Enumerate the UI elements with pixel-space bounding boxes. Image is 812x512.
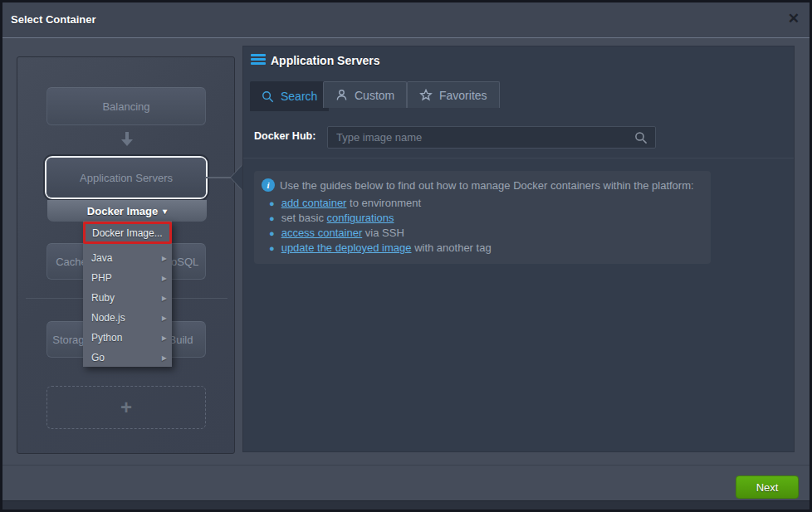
submenu-arrow-icon: ▶ [162,295,167,302]
bullet-icon: ● [269,213,275,223]
balancing-label: Balancing [102,100,149,113]
docker-hub-row: Docker Hub: [243,115,794,158]
info-icon: i [262,178,275,192]
menu-item-docker-image[interactable]: Docker Image... [83,222,172,244]
submenu-arrow-icon: ▶ [162,315,167,322]
menu-item-java[interactable]: Java ▶ [83,248,172,268]
guide-item: ●add container to environment [269,197,701,209]
star-icon [419,89,433,101]
layers-icon [251,54,266,66]
guides-info-box: i Use the guides below to find out how t… [254,171,711,264]
submenu-arrow-icon: ▶ [162,255,167,262]
chevron-down-icon: ▾ [163,207,167,216]
submenu-arrow-icon: ▶ [162,275,167,282]
docker-image-dropdown-button[interactable]: Docker Image ▾ [47,200,207,222]
menu-item-ruby[interactable]: Ruby ▶ [83,288,172,308]
connector-arrow [231,165,242,190]
menu-item-python[interactable]: Python ▶ [83,328,172,348]
image-search-input[interactable] [327,126,656,149]
guide-item: ●set basic configurations [269,212,701,224]
topology-node-balancing[interactable]: Balancing [46,87,206,125]
submenu-arrow-icon: ▶ [162,354,167,362]
catalog-header: Application Servers [243,46,794,81]
flow-arrow-down-icon [121,132,133,147]
menu-item-nodejs[interactable]: Node.js ▶ [83,308,172,328]
footer-separator [2,465,810,466]
add-node-button[interactable]: + [46,386,206,429]
dialog-titlebar: Select Container ✕ [2,2,810,38]
person-icon [335,89,348,101]
search-icon [634,131,648,144]
guide-link-access-container[interactable]: access container [281,227,363,239]
bullet-icon: ● [269,198,275,208]
submenu-arrow-icon: ▶ [162,334,167,342]
dialog-bottom-edge [2,500,810,510]
catalog-title: Application Servers [271,54,380,67]
guides-intro-text: Use the guides below to find out how to … [280,179,694,192]
guide-item: ●access container via SSH [269,227,701,239]
build-label: Build [169,334,193,346]
tab-search[interactable]: Search [250,81,329,111]
guide-link-update-image[interactable]: update the deployed image [281,241,412,254]
menu-item-go[interactable]: Go ▶ [83,348,172,368]
select-container-dialog: Select Container ✕ Balancing Application… [2,2,810,510]
guide-link-add-container[interactable]: add container [281,197,347,209]
docker-hub-label: Docker Hub: [254,130,316,142]
app-servers-label: Application Servers [80,172,173,184]
plus-icon: + [120,396,132,419]
bullet-icon: ● [269,228,275,238]
dialog-title: Select Container [11,13,96,26]
guide-link-configurations[interactable]: configurations [327,212,394,224]
search-icon [262,90,274,103]
menu-item-php[interactable]: PHP ▶ [83,268,172,288]
bullet-icon: ● [269,243,275,253]
tab-favorites[interactable]: Favorites [407,81,500,108]
close-icon[interactable]: ✕ [788,11,800,27]
topology-node-app-servers-selected[interactable]: Application Servers [45,156,208,199]
next-button[interactable]: Next [736,475,799,499]
catalog-panel: Application Servers Search Custom Favori… [242,46,795,452]
guide-item: ●update the deployed image with another … [269,241,701,254]
tab-custom[interactable]: Custom [323,81,407,108]
docker-image-menu: Docker Image... Java ▶ PHP ▶ Ruby ▶ Node… [83,221,172,367]
